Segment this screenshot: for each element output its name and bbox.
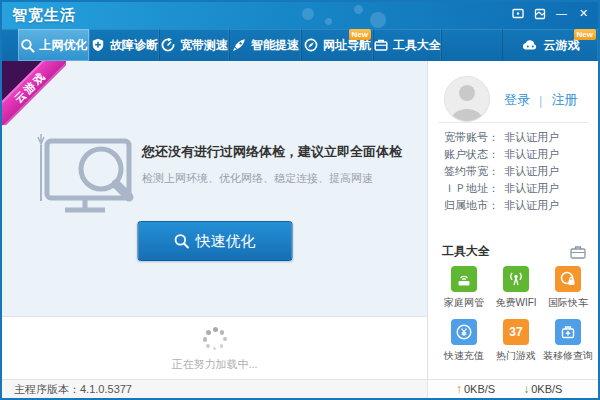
tool-label: 免费WIFI xyxy=(490,296,542,310)
tab-label: 宽带测速 xyxy=(180,37,228,54)
37-logo-icon: 37 xyxy=(503,319,529,345)
titlebar: 智宽生活 — ✕ xyxy=(2,2,598,29)
sidebar: 登录 | 注册 宽带账号：非认证用户 账户状态：非认证用户 签约带宽：非认证用户… xyxy=(427,61,598,379)
cloud-gaming-corner-ribbon[interactable]: 云游戏 xyxy=(2,61,66,125)
monitor-magnifier-illustration xyxy=(32,131,140,215)
banner-headline: 您还没有进行过网络体检，建议立即全面体检 xyxy=(142,143,402,161)
tool-label: 家庭网管 xyxy=(438,296,490,310)
download-arrow-icon: ↓ xyxy=(523,382,529,396)
status-bar: 主程序版本： 4.1.0.5377 ↑ 0KB/S ↓ 0KB/S xyxy=(2,379,598,398)
account-value: 非认证用户 xyxy=(504,148,559,160)
globe-lock-icon xyxy=(555,266,581,292)
bubble-decoration xyxy=(354,5,363,14)
app-window: 智宽生活 — ✕ 上网优化 故障诊断 宽带测速 xyxy=(0,0,600,400)
feedback-icon[interactable] xyxy=(511,7,524,20)
nav-bar: 上网优化 故障诊断 宽带测速 智能提速 网址导航 New 工具大全 云游戏 Ne… xyxy=(2,29,598,61)
main-panel: 云游戏 您还没有进行过网络体检，建议立即全面体检 检测上网环境、优化网络、稳定连… xyxy=(2,61,427,379)
tool-free-wifi[interactable]: 免费WIFI xyxy=(490,266,542,310)
account-label: 归属地市： xyxy=(444,197,504,214)
tools-title: 工具大全 xyxy=(442,243,490,260)
version-value: 4.1.0.5377 xyxy=(80,383,132,395)
divider xyxy=(438,122,588,123)
tab-tools[interactable]: 工具大全 xyxy=(374,29,442,61)
bubble-decoration xyxy=(370,12,386,28)
account-row-bandwidth: 签约带宽：非认证用户 xyxy=(444,163,559,180)
account-row-city: 归属地市：非认证用户 xyxy=(444,197,559,214)
loading-area: 正在努力加载中... xyxy=(2,317,427,379)
tab-label: 智能提速 xyxy=(251,37,299,54)
magnifier-icon xyxy=(20,38,35,53)
account-row-status: 账户状态：非认证用户 xyxy=(444,146,559,163)
window-controls: — ✕ xyxy=(511,7,590,20)
tab-label: 上网优化 xyxy=(40,37,88,54)
login-link[interactable]: 登录 xyxy=(504,91,530,109)
tool-home-network[interactable]: 家庭网管 xyxy=(438,266,490,310)
version-label: 主程序版本： xyxy=(14,382,80,397)
download-speed-value: 0KB/S xyxy=(531,383,562,395)
tool-label: 热门游戏 xyxy=(490,349,542,363)
upload-arrow-icon: ↑ xyxy=(456,382,462,396)
account-label: 账户状态： xyxy=(444,146,504,163)
app-title: 智宽生活 xyxy=(12,6,76,25)
account-value: 非认证用户 xyxy=(504,199,559,211)
rocket-icon xyxy=(232,38,246,52)
magnifier-icon xyxy=(174,233,190,249)
tab-fault-diagnosis[interactable]: 故障诊断 xyxy=(90,29,160,61)
auth-separator: | xyxy=(539,93,542,108)
tab-cloud-gaming[interactable]: 云游戏 New xyxy=(502,29,598,61)
tab-label: 故障诊断 xyxy=(110,37,158,54)
tab-site-navigation[interactable]: 网址导航 New xyxy=(302,29,374,61)
speedometer-icon xyxy=(161,38,175,52)
network-speed: ↑ 0KB/S ↓ 0KB/S xyxy=(427,380,598,398)
briefcase-icon xyxy=(570,245,586,259)
avatar[interactable] xyxy=(444,76,490,122)
download-speed: ↓ 0KB/S xyxy=(523,382,562,396)
quick-optimize-label: 快速优化 xyxy=(196,232,256,251)
router-icon xyxy=(451,266,477,292)
cloud-icon xyxy=(522,38,539,52)
tool-label: 装移修查询 xyxy=(542,349,594,363)
tab-smart-boost[interactable]: 智能提速 xyxy=(230,29,302,61)
version-info: 主程序版本： 4.1.0.5377 xyxy=(2,380,427,398)
quick-optimize-button[interactable]: 快速优化 xyxy=(137,221,292,261)
shield-icon xyxy=(91,38,105,52)
tool-install-repair-query[interactable]: 装移修查询 xyxy=(542,319,594,363)
loading-spinner-icon xyxy=(202,327,228,353)
banner-subtext: 检测上网环境、优化网络、稳定连接、提高网速 xyxy=(142,171,373,186)
tab-network-optimize[interactable]: 上网优化 xyxy=(18,29,90,61)
tool-international-express[interactable]: 国际快车 xyxy=(542,266,594,310)
upload-speed: ↑ 0KB/S xyxy=(456,382,495,396)
loading-text: 正在努力加载中... xyxy=(2,357,427,372)
bubble-decoration xyxy=(325,18,332,25)
tools-grid: 家庭网管 免费WIFI 国际快车 xyxy=(438,266,594,363)
account-row-broadband: 宽带账号：非认证用户 xyxy=(444,129,559,146)
account-info-list: 宽带账号：非认证用户 账户状态：非认证用户 签约带宽：非认证用户 ＩＰ地址：非认… xyxy=(444,129,559,214)
tool-quick-recharge[interactable]: 快速充值 xyxy=(438,319,490,363)
ribbon-label: 云游戏 xyxy=(2,61,66,125)
account-value: 非认证用户 xyxy=(504,131,559,143)
register-link[interactable]: 注册 xyxy=(551,91,577,109)
account-row-ip: ＩＰ地址：非认证用户 xyxy=(444,180,559,197)
tool-hot-games[interactable]: 37 热门游戏 xyxy=(490,319,542,363)
account-label: 签约带宽： xyxy=(444,163,504,180)
content: 云游戏 您还没有进行过网络体检，建议立即全面体检 检测上网环境、优化网络、稳定连… xyxy=(2,61,598,379)
new-badge: New xyxy=(574,29,596,40)
tab-speed-test[interactable]: 宽带测速 xyxy=(160,29,230,61)
bubble-decoration xyxy=(302,8,314,20)
tool-label: 国际快车 xyxy=(542,296,594,310)
suitcase-icon xyxy=(555,319,581,345)
compass-icon xyxy=(304,38,318,52)
health-check-banner: 云游戏 您还没有进行过网络体检，建议立即全面体检 检测上网环境、优化网络、稳定连… xyxy=(2,61,427,317)
tab-label: 工具大全 xyxy=(393,37,441,54)
account-value: 非认证用户 xyxy=(504,182,559,194)
tools-header: 工具大全 xyxy=(442,243,586,260)
yuan-icon xyxy=(451,319,477,345)
skin-icon[interactable] xyxy=(533,7,546,20)
account-label: 宽带账号： xyxy=(444,129,504,146)
tool-label: 快速充值 xyxy=(438,349,490,363)
upload-speed-value: 0KB/S xyxy=(464,383,495,395)
toolbox-icon xyxy=(374,38,388,52)
account-label: ＩＰ地址： xyxy=(444,180,504,197)
minimize-button[interactable]: — xyxy=(555,7,568,20)
close-button[interactable]: ✕ xyxy=(577,7,590,20)
